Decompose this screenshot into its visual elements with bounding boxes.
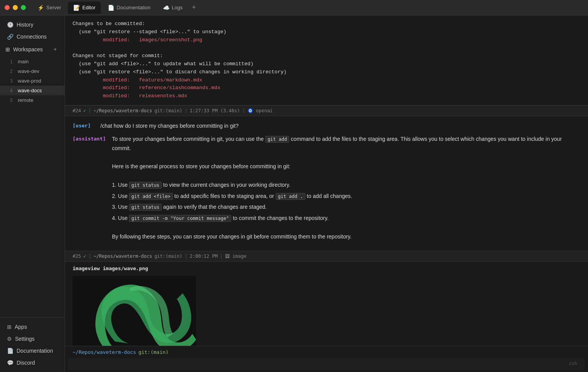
sidebar-item-discord[interactable]: 💬 Discord bbox=[2, 357, 63, 369]
terminal-content[interactable]: Changes to be committed: (use "git resto… bbox=[65, 15, 588, 346]
ws-name-wave-docs: wave-docs bbox=[18, 88, 42, 93]
code-git-add: git add bbox=[265, 136, 290, 143]
user-label: [user] bbox=[73, 122, 96, 131]
apps-icon: ⊞ bbox=[7, 324, 12, 330]
add-workspace-button[interactable]: + bbox=[51, 46, 59, 53]
add-tab-button[interactable]: + bbox=[190, 3, 198, 12]
connections-icon: 🔗 bbox=[7, 34, 14, 40]
minimize-button[interactable] bbox=[13, 5, 18, 10]
tab-logs-label: Logs bbox=[172, 5, 183, 10]
workspace-entry-remote[interactable]: 5 remote bbox=[0, 95, 64, 105]
sidebar-item-history[interactable]: 🕐 History bbox=[2, 19, 63, 30]
traffic-lights bbox=[5, 5, 26, 10]
sidebar-bottom: ⊞ Apps ⚙ Settings 📄 Documentation 💬 Disc… bbox=[0, 317, 64, 372]
tab-editor-label: Editor bbox=[82, 5, 95, 10]
workspace-list: 1 main 2 wave-dev 3 wave-prod 4 wave-doc… bbox=[0, 57, 64, 105]
prompt-separator-25: | bbox=[88, 254, 91, 259]
sidebar-documentation-label: Documentation bbox=[17, 348, 53, 354]
ws-num-1: 1 bbox=[10, 59, 15, 64]
shell-input-line: zsh bbox=[68, 358, 585, 370]
prompt-branch-25: git:(main) bbox=[154, 254, 182, 259]
titlebar: ⚡ Server 📝 Editor 📄 Documentation ☁️ Log… bbox=[0, 0, 588, 15]
prompt-sep2-24: | bbox=[185, 108, 187, 113]
editor-icon: 📝 bbox=[73, 5, 80, 11]
settings-icon: ⚙ bbox=[7, 336, 12, 342]
prompt-model-25: 🖼 image bbox=[225, 254, 246, 259]
step-1: 1. Use git status to view the current ch… bbox=[112, 181, 580, 190]
git-line-6: (use "git add <file>..." to update what … bbox=[73, 60, 580, 68]
code-step4: git commit -m "Your commit message" bbox=[129, 215, 231, 222]
code-step2a: git add <file> bbox=[129, 193, 173, 200]
discord-icon: 💬 bbox=[7, 360, 14, 366]
wave-logo-container bbox=[73, 276, 204, 346]
workspace-entry-wave-prod[interactable]: 3 wave-prod bbox=[0, 76, 64, 86]
shell-branch: git:(main) bbox=[138, 349, 168, 355]
assistant-label: [assistant] bbox=[73, 135, 107, 242]
ws-name-main: main bbox=[18, 59, 29, 64]
shell-input[interactable] bbox=[76, 361, 569, 367]
sidebar-discord-label: Discord bbox=[17, 360, 35, 366]
prompt-separator-24: | bbox=[88, 108, 91, 113]
git-line-10: modified: releasenotes.mdx bbox=[73, 92, 580, 100]
code-step3: git status bbox=[129, 204, 161, 211]
workspaces-header: ⊞ Workspaces + bbox=[0, 43, 64, 56]
sidebar-item-connections[interactable]: 🔗 Connections bbox=[2, 31, 63, 42]
ws-num-4: 4 bbox=[10, 88, 15, 93]
sidebar-item-settings[interactable]: ⚙ Settings bbox=[2, 333, 63, 345]
sidebar-settings-label: Settings bbox=[15, 336, 35, 342]
prompt-time-24: 1:27:33 PM (3.46s) bbox=[190, 108, 240, 113]
git-line-3: modified: images/screenshot.png bbox=[73, 36, 580, 44]
step-3: 3. Use git status again to verify that t… bbox=[112, 203, 580, 212]
reply-footer: By following these steps, you can store … bbox=[112, 233, 352, 240]
prompt-time-25: 2:00:12 PM bbox=[190, 254, 217, 259]
git-status-block: Changes to be committed: (use "git resto… bbox=[65, 15, 588, 105]
reply-text-1: To store your changes before committing … bbox=[112, 136, 265, 142]
close-button[interactable] bbox=[5, 5, 10, 10]
prompt-num-25: #25 bbox=[73, 254, 81, 259]
tab-documentation[interactable]: 📄 Documentation bbox=[102, 2, 156, 14]
git-line-9: modified: reference/slashcommands.mdx bbox=[73, 84, 580, 92]
sidebar: 🕐 History 🔗 Connections ⊞ Workspaces + 1… bbox=[0, 15, 65, 372]
git-output: Changes to be committed: (use "git resto… bbox=[73, 20, 580, 100]
ws-num-2: 2 bbox=[10, 69, 15, 74]
maximize-button[interactable] bbox=[21, 5, 26, 10]
tab-logs[interactable]: ☁️ Logs bbox=[158, 2, 188, 14]
git-line-2: (use "git restore --staged <file>..." to… bbox=[73, 28, 580, 36]
workspace-entry-main[interactable]: 1 main bbox=[0, 57, 64, 66]
reply-intro: Here is the general process to store you… bbox=[112, 163, 290, 169]
server-icon: ⚡ bbox=[37, 5, 44, 11]
ws-num-5: 5 bbox=[10, 98, 15, 103]
tabs-area: ⚡ Server 📝 Editor 📄 Documentation ☁️ Log… bbox=[32, 2, 583, 14]
tab-documentation-label: Documentation bbox=[117, 5, 150, 10]
prompt-cwd-25: ~/Repos/waveterm-docs bbox=[93, 254, 152, 259]
chat-block-24: [user] /chat how do I store my changes b… bbox=[65, 116, 588, 251]
prompt-model-24: 🧿 openai bbox=[247, 108, 273, 113]
ws-name-remote: remote bbox=[18, 97, 33, 103]
workspace-entry-wave-dev[interactable]: 2 wave-dev bbox=[0, 66, 64, 76]
content-area: Changes to be committed: (use "git resto… bbox=[65, 15, 588, 372]
prompt-branch-24: git:(main) bbox=[154, 108, 182, 113]
prompt-num-24: #24 bbox=[73, 108, 81, 113]
code-step1: git status bbox=[129, 182, 161, 189]
workspaces-icon: ⊞ bbox=[5, 46, 10, 52]
code-step2b: git add . bbox=[276, 193, 305, 200]
prompt-cwd-24: ~/Repos/waveterm-docs bbox=[93, 108, 152, 113]
assistant-text: To store your changes before committing … bbox=[112, 135, 580, 242]
step-4: 4. Use git commit -m "Your commit messag… bbox=[112, 214, 580, 223]
wave-logo-svg bbox=[73, 276, 196, 346]
workspaces-label: Workspaces bbox=[13, 46, 43, 52]
main-layout: 🕐 History 🔗 Connections ⊞ Workspaces + 1… bbox=[0, 15, 588, 372]
chat-assistant-line: [assistant] To store your changes before… bbox=[73, 135, 580, 242]
prompt-sep3-24: | bbox=[242, 108, 245, 113]
sidebar-item-apps[interactable]: ⊞ Apps bbox=[2, 321, 63, 333]
sidebar-item-documentation[interactable]: 📄 Documentation bbox=[2, 345, 63, 357]
bottom-area: ~/Repos/waveterm-docs git:(main) zsh bbox=[65, 346, 588, 372]
workspace-entry-wave-docs[interactable]: 4 wave-docs bbox=[0, 86, 64, 95]
tab-editor[interactable]: 📝 Editor bbox=[68, 2, 101, 14]
git-line-7: (use "git restore <file>..." to discard … bbox=[73, 68, 580, 76]
imageview-command: imageview images/wave.png bbox=[73, 265, 580, 271]
prompt-bar-25: #25 ✓ | ~/Repos/waveterm-docs git:(main)… bbox=[65, 251, 588, 262]
logs-icon: ☁️ bbox=[163, 5, 169, 11]
tab-server[interactable]: ⚡ Server bbox=[32, 2, 66, 14]
shell-prompt-line: ~/Repos/waveterm-docs git:(main) bbox=[65, 346, 588, 357]
